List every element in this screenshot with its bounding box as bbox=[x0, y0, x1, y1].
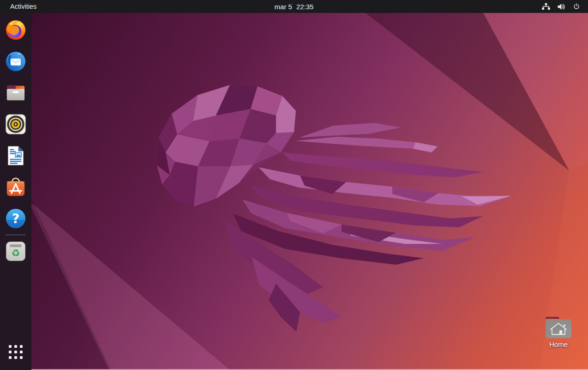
clock-button[interactable]: mar 5 22:35 bbox=[275, 3, 314, 11]
dock-item-ubuntu-software[interactable] bbox=[5, 176, 27, 198]
dock-separator bbox=[6, 235, 26, 235]
dock-item-firefox[interactable] bbox=[5, 19, 27, 41]
network-icon[interactable] bbox=[541, 2, 551, 11]
show-applications-icon bbox=[9, 345, 23, 359]
system-status-area[interactable] bbox=[538, 0, 584, 13]
activities-button[interactable]: Activities bbox=[6, 2, 40, 11]
dock-item-rhythmbox[interactable] bbox=[5, 113, 27, 135]
clock-time: 22:35 bbox=[296, 3, 314, 11]
home-folder-icon bbox=[545, 315, 572, 339]
show-applications-button[interactable] bbox=[5, 341, 27, 363]
dock-item-trash[interactable]: ♻ bbox=[5, 240, 27, 262]
dock-item-libreoffice-writer[interactable] bbox=[5, 145, 27, 167]
wallpaper-jellyfish bbox=[31, 13, 588, 370]
trash-lid bbox=[10, 244, 22, 247]
recycle-icon: ♻ bbox=[12, 249, 20, 258]
volume-icon[interactable] bbox=[557, 3, 566, 11]
trash-icon: ♻ bbox=[6, 242, 25, 261]
dock-item-thunderbird[interactable] bbox=[5, 50, 27, 73]
home-icon-label: Home bbox=[549, 340, 568, 348]
power-icon[interactable] bbox=[572, 2, 581, 11]
dock: ? ♻ bbox=[0, 13, 31, 370]
dock-item-help[interactable]: ? bbox=[5, 207, 27, 230]
clock-date: mar 5 bbox=[275, 3, 292, 11]
desktop: Home bbox=[31, 13, 588, 370]
desktop-icon-home[interactable]: Home bbox=[531, 315, 586, 348]
help-question-glyph: ? bbox=[12, 211, 19, 226]
top-bar: Activities mar 5 22:35 bbox=[0, 0, 588, 13]
dock-item-files[interactable] bbox=[5, 82, 27, 104]
